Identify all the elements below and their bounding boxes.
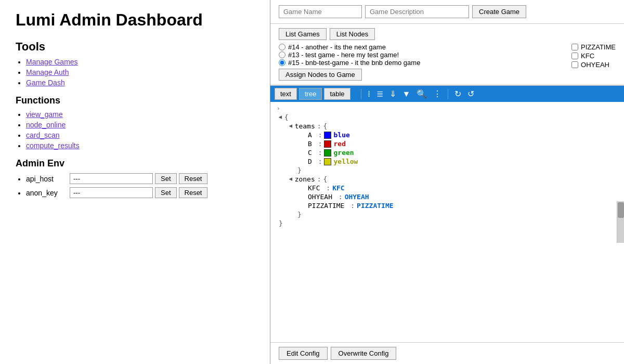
zone-ohyeah-value: OHYEAH xyxy=(345,193,369,201)
game-option-15-text: #15 - bnb-test-game - it the bnb demo ga… xyxy=(288,59,420,67)
anon-key-reset-button[interactable]: Reset xyxy=(179,187,208,198)
team-d-row: D : yellow xyxy=(270,157,624,166)
list-item: anon_key Set Reset xyxy=(26,187,254,198)
toolbar-search-button[interactable]: 🔍 xyxy=(414,89,429,99)
tools-heading: Tools xyxy=(16,40,254,54)
list-buttons: List Games List Nodes xyxy=(279,28,616,40)
zones-arrow[interactable]: ▼ xyxy=(288,177,294,181)
team-a-value: blue xyxy=(333,131,349,139)
editor-container: text tree table ⁞ ≣ ⇓ ▼ 🔍 ⋮ ↻ ↺ › ▼ { xyxy=(270,85,624,364)
teams-open: ▼ teams : { xyxy=(270,122,624,131)
game-name-input[interactable] xyxy=(279,5,362,18)
node-kfc-label: KFC xyxy=(581,52,594,60)
toolbar-sort-button[interactable]: ⇓ xyxy=(387,89,398,99)
tab-tree-button[interactable]: tree xyxy=(299,88,322,100)
api-host-input[interactable] xyxy=(70,173,153,184)
link-manage-auth[interactable]: Manage Auth xyxy=(26,68,69,76)
toolbar-undo-button[interactable]: ↻ xyxy=(452,89,463,99)
toolbar-divider-2 xyxy=(448,89,448,99)
list-bar: List Games List Nodes #14 - another - it… xyxy=(270,24,624,85)
scrollbar-thumb[interactable] xyxy=(618,202,624,218)
node-pizzatime-row: PIZZATIME xyxy=(571,43,616,51)
game-option-15-label[interactable]: #15 - bnb-test-game - it the bnb demo ga… xyxy=(279,59,420,67)
list-item: Manage Auth xyxy=(26,68,254,76)
nodes-checkboxes: PIZZATIME KFC OHYEAH xyxy=(571,43,616,69)
editor-toolbar: text tree table ⁞ ≣ ⇓ ▼ 🔍 ⋮ ↻ ↺ xyxy=(270,86,624,102)
tools-list: Manage Games Manage Auth Game Dash xyxy=(16,58,254,87)
toolbar-format-button[interactable]: ⁞ xyxy=(366,89,372,99)
team-d-color-box xyxy=(324,158,331,165)
list-games-button[interactable]: List Games xyxy=(279,28,327,40)
left-panel: Lumi Admin Dashboard Tools Manage Games … xyxy=(0,0,270,364)
collapse-all-row[interactable]: › xyxy=(270,104,624,113)
collapse-all-arrow: › xyxy=(277,105,280,112)
right-panel: Create Game List Games List Nodes #14 - … xyxy=(270,0,624,364)
zones-open: ▼ zones : { xyxy=(270,175,624,184)
bottom-bar: Edit Config Overwrite Config xyxy=(270,342,624,364)
tab-text-button[interactable]: text xyxy=(275,88,297,100)
link-view-game[interactable]: view_game xyxy=(26,110,63,119)
zone-kfc-key: KFC xyxy=(308,184,320,192)
link-game-dash[interactable]: Game Dash xyxy=(26,79,65,87)
node-ohyeah-checkbox[interactable] xyxy=(571,61,578,68)
assign-btn-row: Assign Nodes to Game xyxy=(279,69,420,81)
game-options: #14 - another - its the next game #13 - … xyxy=(279,43,420,81)
node-kfc-row: KFC xyxy=(571,52,616,60)
root-arrow[interactable]: ▼ xyxy=(277,115,284,119)
anon-key-set-button[interactable]: Set xyxy=(155,187,177,198)
zones-brace-close: } xyxy=(297,211,302,218)
api-host-reset-button[interactable]: Reset xyxy=(179,173,208,184)
team-c-row: C : green xyxy=(270,148,624,157)
admin-env-heading: Admin Env xyxy=(16,158,254,169)
list-item: Manage Games xyxy=(26,58,254,66)
game-option-15-radio[interactable] xyxy=(279,59,285,66)
list-nodes-button[interactable]: List Nodes xyxy=(330,28,375,40)
list-item: card_scan xyxy=(26,131,254,139)
game-option-14-label[interactable]: #14 - another - its the next game xyxy=(279,43,386,51)
game-option-14-radio[interactable] xyxy=(279,44,285,50)
api-host-set-button[interactable]: Set xyxy=(155,173,177,184)
node-ohyeah-row: OHYEAH xyxy=(571,61,616,69)
link-node-online[interactable]: node_online xyxy=(26,121,66,129)
teams-arrow[interactable]: ▼ xyxy=(288,124,294,128)
team-a-color-box xyxy=(324,132,331,139)
list-item: Game Dash xyxy=(26,79,254,87)
node-kfc-checkbox[interactable] xyxy=(571,53,578,59)
node-pizzatime-checkbox[interactable] xyxy=(571,44,578,50)
teams-brace-close: } xyxy=(297,166,302,174)
list-item: view_game xyxy=(26,110,254,119)
root-brace-open: { xyxy=(284,113,289,121)
create-game-button[interactable]: Create Game xyxy=(472,5,526,18)
team-b-key: B xyxy=(308,140,312,148)
link-card-scan[interactable]: card_scan xyxy=(26,131,60,139)
team-b-color-box xyxy=(324,140,331,148)
toolbar-redo-button[interactable]: ↺ xyxy=(465,89,476,99)
games-and-nodes: #14 - another - its the next game #13 - … xyxy=(279,43,616,81)
node-ohyeah-label: OHYEAH xyxy=(581,61,609,69)
teams-key: teams xyxy=(295,122,315,130)
api-host-label: api_host xyxy=(26,175,68,183)
toolbar-filter-button[interactable]: ▼ xyxy=(400,89,413,99)
toolbar-more-button[interactable]: ⋮ xyxy=(431,89,444,99)
toolbar-compact-button[interactable]: ≣ xyxy=(374,89,385,99)
game-option-13-radio[interactable] xyxy=(279,51,285,58)
team-c-value: green xyxy=(333,149,354,157)
team-b-row: B : red xyxy=(270,139,624,148)
game-option-13-label[interactable]: #13 - test game - here my test game! xyxy=(279,51,399,59)
tab-table-button[interactable]: table xyxy=(324,88,350,100)
anon-key-input[interactable] xyxy=(70,187,153,198)
game-option-row: #15 - bnb-test-game - it the bnb demo ga… xyxy=(279,59,420,67)
assign-nodes-button[interactable]: Assign Nodes to Game xyxy=(279,69,362,81)
game-description-input[interactable] xyxy=(365,5,469,18)
teams-close: } xyxy=(270,166,624,175)
link-compute-results[interactable]: compute_results xyxy=(26,141,80,150)
anon-key-label: anon_key xyxy=(26,189,68,197)
link-manage-games[interactable]: Manage Games xyxy=(26,58,78,66)
team-a-key: A xyxy=(308,131,312,139)
root-open: ▼ { xyxy=(270,113,624,122)
edit-config-button[interactable]: Edit Config xyxy=(279,347,328,360)
overwrite-config-button[interactable]: Overwrite Config xyxy=(331,347,397,360)
create-game-bar: Create Game xyxy=(270,0,624,24)
zone-pizzatime-row: PIZZATIME : PIZZATIME xyxy=(270,201,624,210)
zones-close: } xyxy=(270,210,624,219)
